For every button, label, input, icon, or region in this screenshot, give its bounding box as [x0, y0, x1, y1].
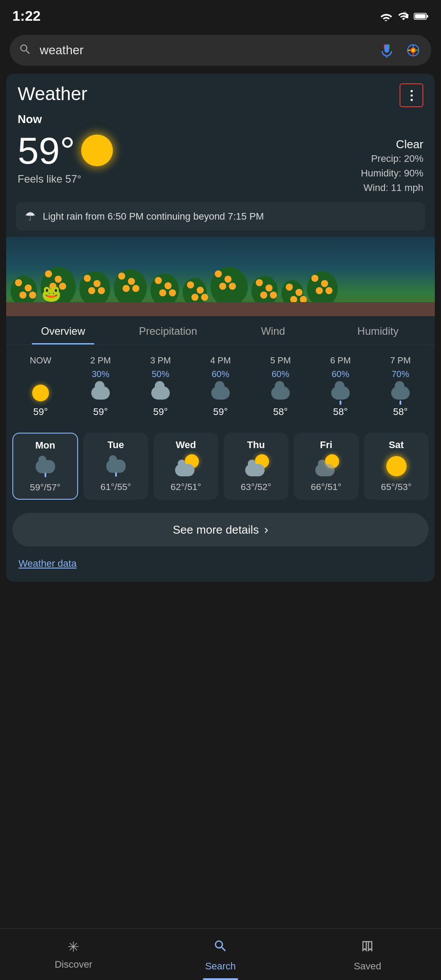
- precip-detail: Precip: 20%: [361, 151, 423, 166]
- temperature-row: 59° Feels like 57° Clear Precip: 20% Hum…: [6, 130, 435, 198]
- tab-wind[interactable]: Wind: [220, 316, 325, 344]
- day-card-thu[interactable]: Thu 63°/52°: [224, 433, 288, 500]
- mostly-sunny-icon: [315, 456, 337, 476]
- svg-rect-3: [426, 15, 428, 18]
- weather-title: Weather: [18, 83, 87, 105]
- day-card-wed[interactable]: Wed 62°/51°: [153, 433, 218, 500]
- status-icons: [379, 11, 429, 22]
- temp-left: 59° Feels like 57°: [18, 131, 113, 185]
- hourly-section: NOW 59° 2 PM 30% 59°: [6, 345, 435, 430]
- hour-cloud-icon: [151, 386, 170, 400]
- nav-discover[interactable]: ✳ Discover: [0, 929, 147, 980]
- day-card-fri[interactable]: Fri 66°/51°: [294, 433, 359, 500]
- wifi-icon: [379, 11, 393, 21]
- day-card-tue[interactable]: Tue 61°/55°: [83, 433, 148, 500]
- hour-item-5[interactable]: 6 PM 60% 58°: [310, 352, 370, 421]
- hour-icon-2: [151, 383, 170, 403]
- status-time: 1:22: [12, 8, 41, 24]
- day-icon-mon: [34, 456, 56, 478]
- discover-icon: ✳: [67, 939, 79, 955]
- weather-scene: 🐸: [6, 237, 435, 316]
- sunny-icon: [81, 135, 113, 166]
- hour-cloud-icon: [91, 386, 110, 400]
- day-cloud-front-2: [245, 464, 265, 476]
- more-options-button[interactable]: [400, 83, 423, 107]
- ground: [6, 302, 435, 316]
- search-query: weather: [40, 43, 370, 57]
- microphone-icon[interactable]: [377, 41, 396, 60]
- more-dots: [411, 90, 413, 101]
- day-cloud-rain-icon: [36, 460, 55, 473]
- nav-active-underline: [203, 978, 238, 980]
- hour-sun-icon: [32, 385, 49, 401]
- day-icon-tue: [105, 455, 127, 477]
- partly-sunny-icon: [245, 456, 267, 476]
- search-nav-icon: [213, 939, 228, 957]
- hour-item-6[interactable]: 7 PM 70% 58°: [370, 352, 430, 421]
- hour-item-2[interactable]: 3 PM 50% 59°: [131, 352, 191, 421]
- hour-icon-6: [391, 383, 410, 403]
- battery-icon: [414, 12, 429, 21]
- day-icon-wed: [175, 455, 197, 477]
- day-cloud-rain-icon-2: [106, 460, 126, 473]
- bottom-nav: ✳ Discover Search Saved: [0, 928, 441, 980]
- status-bar: 1:22: [0, 0, 441, 29]
- feels-like: Feels like 57°: [18, 173, 113, 185]
- tab-overview[interactable]: Overview: [11, 316, 116, 344]
- svg-point-11: [411, 49, 415, 52]
- temperature-value: 59°: [18, 131, 75, 169]
- svg-rect-4: [415, 14, 426, 19]
- rain-alert-text: Light rain from 6:50 PM continuing beyon…: [43, 211, 264, 222]
- wind-detail: Wind: 11 mph: [361, 180, 423, 195]
- hour-icon-0: [31, 383, 50, 403]
- hour-cloud-rain-icon-2: [391, 386, 410, 400]
- weather-details-right: Clear Precip: 20% Humidity: 90% Wind: 11…: [361, 131, 423, 195]
- svg-rect-6: [385, 44, 389, 52]
- umbrella-icon: ☂: [25, 209, 36, 224]
- hour-cloud-rain-icon: [331, 386, 350, 400]
- hour-cloud-dark-icon: [211, 386, 230, 400]
- hour-item-0[interactable]: NOW 59°: [11, 352, 71, 421]
- now-label: Now: [6, 111, 435, 130]
- hour-item-4[interactable]: 5 PM 60% 58°: [250, 352, 310, 421]
- day-cloud-front-3: [315, 464, 335, 476]
- day-icon-thu: [245, 455, 267, 477]
- see-more-label: See more details: [173, 523, 259, 537]
- hour-icon-1: [91, 383, 110, 403]
- hour-icon-5: [331, 383, 350, 403]
- hour-icon-3: [211, 383, 230, 403]
- hour-item-1[interactable]: 2 PM 30% 59°: [71, 352, 131, 421]
- daily-section: Mon 59°/57° Tue 61°/55° Wed: [6, 430, 435, 507]
- day-card-sat[interactable]: Sat 65°/53°: [364, 433, 429, 500]
- weather-data-link[interactable]: Weather data: [6, 551, 435, 582]
- hour-cloud-dark-icon: [271, 386, 290, 400]
- day-card-mon[interactable]: Mon 59°/57°: [12, 433, 78, 500]
- day-icon-fri: [315, 455, 337, 477]
- partly-cloudy-icon: [175, 456, 197, 476]
- svg-rect-1: [406, 14, 408, 18]
- see-more-details-button[interactable]: See more details ›: [12, 513, 429, 546]
- saved-icon: [361, 939, 374, 957]
- search-bar[interactable]: weather: [10, 35, 431, 66]
- rain-alert: ☂ Light rain from 6:50 PM continuing bey…: [16, 202, 425, 231]
- condition-label: Clear: [361, 138, 423, 151]
- chevron-right-icon: ›: [264, 523, 268, 537]
- hour-item-3[interactable]: 4 PM 60% 59°: [191, 352, 250, 421]
- humidity-detail: Humidity: 90%: [361, 166, 423, 180]
- tab-humidity[interactable]: Humidity: [325, 316, 430, 344]
- svg-rect-9: [389, 44, 389, 49]
- hour-icon-4: [271, 383, 290, 403]
- day-icon-sat: [385, 455, 407, 477]
- google-lens-icon[interactable]: [404, 41, 422, 60]
- tab-precipitation[interactable]: Precipitation: [116, 316, 220, 344]
- nav-search[interactable]: Search: [147, 929, 294, 980]
- temp-main: 59°: [18, 131, 113, 169]
- signal-icon: [398, 11, 409, 22]
- hourly-row: NOW 59° 2 PM 30% 59°: [6, 352, 435, 421]
- day-cloud-front: [175, 464, 194, 476]
- nav-saved[interactable]: Saved: [294, 929, 441, 980]
- weather-card: Weather Now 59° Feels like 57° Cl: [6, 74, 435, 582]
- frog-character: 🐸: [41, 284, 61, 303]
- search-icon: [19, 43, 32, 58]
- search-bar-container: weather: [0, 29, 441, 74]
